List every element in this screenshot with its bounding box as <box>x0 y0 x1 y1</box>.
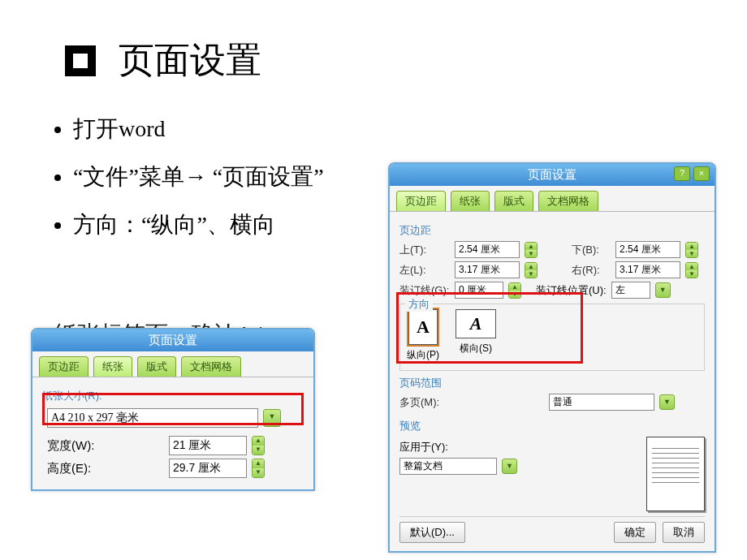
bottom-label: 下(B): <box>572 243 611 257</box>
multi-drop[interactable]: ▼ <box>659 394 675 410</box>
top-input[interactable]: 2.54 厘米 <box>455 241 520 258</box>
tab-margins[interactable]: 页边距 <box>396 191 446 211</box>
preview-icon <box>646 437 705 511</box>
paper-size-label: 纸张大小(R): <box>42 389 304 403</box>
width-spinner[interactable]: ▲▼ <box>252 436 265 455</box>
paper-size-drop[interactable]: ▼ <box>263 409 281 427</box>
arrow-icon: → <box>184 164 207 189</box>
bullet-orientation: 方向：“纵向”、横向 <box>73 203 414 246</box>
paper-tab-margins[interactable]: 页边距 <box>39 356 89 377</box>
paper-size-input[interactable]: A4 210 x 297 毫米 <box>47 408 258 428</box>
preview-label: 预览 <box>399 419 705 433</box>
top-spinner[interactable]: ▲▼ <box>525 242 538 258</box>
paper-dialog-titlebar: 页面设置 <box>32 330 313 351</box>
help-icon[interactable]: ? <box>674 166 690 181</box>
left-spinner[interactable]: ▲▼ <box>525 262 538 278</box>
default-button[interactable]: 默认(D)... <box>399 522 465 543</box>
dialog-titlebar: 页面设置 ? × <box>390 164 715 186</box>
dialog-title: 页面设置 <box>528 167 576 181</box>
tab-bar: 页边距 纸张 版式 文档网格 <box>390 186 715 212</box>
right-spinner[interactable]: ▲▼ <box>685 262 698 278</box>
ok-button[interactable]: 确定 <box>614 522 656 543</box>
orient-legend: 方向 <box>405 297 433 312</box>
title-bullet-icon <box>65 45 96 76</box>
slide-title: 页面设置 <box>65 37 747 84</box>
bottom-input[interactable]: 2.54 厘米 <box>615 241 680 258</box>
tab-grid[interactable]: 文档网格 <box>538 191 598 211</box>
apply-input[interactable]: 整篇文档 <box>399 458 497 475</box>
paper-tab-grid[interactable]: 文档网格 <box>181 356 241 377</box>
left-input[interactable]: 3.17 厘米 <box>455 261 520 278</box>
right-label: 右(R): <box>572 263 611 278</box>
page-setup-paper-dialog: 页面设置 页边距 纸张 版式 文档网格 纸张大小(R): A4 210 x 29… <box>31 328 315 491</box>
apply-drop[interactable]: ▼ <box>502 459 517 474</box>
gutter-pos-input[interactable]: 左 <box>611 282 650 299</box>
height-input[interactable]: 29.7 厘米 <box>169 459 247 478</box>
page-setup-dialog: 页面设置 ? × 页边距 纸张 版式 文档网格 页边距 上(T): 2.54 厘… <box>388 162 716 553</box>
paper-tab-paper[interactable]: 纸张 <box>93 356 132 377</box>
landscape-label: 横向(S) <box>460 342 492 355</box>
height-label: 高度(E): <box>47 461 117 476</box>
tab-layout[interactable]: 版式 <box>494 191 533 211</box>
multi-label: 多页(M): <box>399 395 450 410</box>
gutter-spinner[interactable]: ▲▼ <box>508 282 521 299</box>
portrait-label: 纵向(P) <box>407 348 439 362</box>
gutter-label: 装订线(G): <box>399 283 450 298</box>
apply-label: 应用于(Y): <box>399 440 448 454</box>
close-icon[interactable]: × <box>693 166 710 181</box>
cancel-button[interactable]: 取消 <box>663 522 705 543</box>
landscape-option[interactable]: A 横向(S) <box>456 309 496 362</box>
paper-dialog-title: 页面设置 <box>149 333 197 347</box>
tab-paper[interactable]: 纸张 <box>451 191 490 211</box>
portrait-option[interactable]: A 纵向(P) <box>407 309 439 362</box>
paper-tab-layout[interactable]: 版式 <box>137 356 176 377</box>
bullet-file-menu: “文件”菜单→ “页面设置” <box>73 155 414 198</box>
left-label: 左(L): <box>399 263 450 278</box>
gutter-pos-label: 装订线位置(U): <box>536 283 607 298</box>
width-input[interactable]: 21 厘米 <box>169 436 247 455</box>
right-input[interactable]: 3.17 厘米 <box>615 261 680 278</box>
title-text: 页面设置 <box>119 37 261 84</box>
bullet-open-word: 打开word <box>73 107 414 150</box>
pages-label: 页码范围 <box>399 376 705 390</box>
top-label: 上(T): <box>399 243 450 257</box>
gutter-pos-drop[interactable]: ▼ <box>655 282 671 298</box>
height-spinner[interactable]: ▲▼ <box>252 459 265 478</box>
landscape-icon: A <box>456 309 496 338</box>
width-label: 宽度(W): <box>47 438 117 454</box>
margins-label: 页边距 <box>399 223 705 238</box>
gutter-input[interactable]: 0 厘米 <box>455 282 503 299</box>
paper-tab-bar: 页边距 纸张 版式 文档网格 <box>32 351 313 377</box>
portrait-icon: A <box>408 309 438 345</box>
bottom-spinner[interactable]: ▲▼ <box>685 242 698 258</box>
orientation-group: 方向 A 纵向(P) A 横向(S) <box>399 304 705 371</box>
multi-input[interactable]: 普通 <box>549 394 654 411</box>
